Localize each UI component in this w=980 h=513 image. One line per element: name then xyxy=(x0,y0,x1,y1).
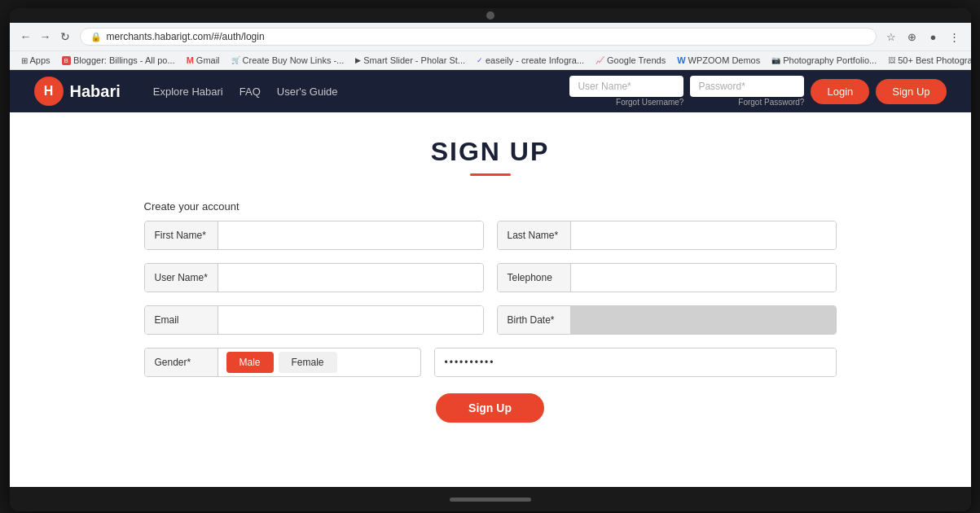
first-name-field: First Name* xyxy=(144,221,484,250)
page-title: SIGN UP xyxy=(26,137,955,167)
bookmark-photo1-icon: 📷 xyxy=(771,56,780,64)
logo-letter: H xyxy=(44,84,54,99)
refresh-button[interactable]: ↻ xyxy=(57,28,73,45)
monitor-top xyxy=(10,8,971,23)
nav-password-input[interactable] xyxy=(690,76,804,97)
bookmark-trends-icon: 📈 xyxy=(595,56,604,64)
birth-date-field: Birth Date* xyxy=(497,305,837,335)
forgot-password-link[interactable]: Forgot Password? xyxy=(690,98,804,107)
bookmark-buynow-label: Create Buy Now Links -... xyxy=(243,55,345,65)
logo-area: H Habari xyxy=(34,77,121,106)
telephone-label: Telephone xyxy=(498,264,571,292)
bookmark-gmail[interactable]: M Gmail xyxy=(183,54,223,67)
signup-nav-button[interactable]: Sign Up xyxy=(876,79,946,104)
bookmark-photo2-label: 50+ Best Photography... xyxy=(898,55,970,65)
browser-actions: ☆ ⊕ ● ⋮ xyxy=(883,28,963,45)
bookmark-buynow-icon: 🛒 xyxy=(231,56,240,64)
birth-date-label: Birth Date* xyxy=(498,306,571,334)
birth-date-input[interactable] xyxy=(571,306,836,334)
extensions-button[interactable]: ⊕ xyxy=(904,28,921,45)
bookmark-buynow[interactable]: 🛒 Create Buy Now Links -... xyxy=(228,54,348,67)
form-row-1: First Name* Last Name* xyxy=(144,221,837,250)
nav-username-group: Forgot Username? xyxy=(569,76,683,107)
password-field xyxy=(434,348,837,377)
nav-faq[interactable]: FAQ xyxy=(240,86,261,98)
browser-chrome: ← → ↻ 🔒 merchants.habarigt.com/#/auth/lo… xyxy=(10,23,971,70)
nav-inputs: Forgot Username? Forgot Password? Login … xyxy=(569,76,946,107)
bookmark-blogger[interactable]: B Blogger: Billings - All po... xyxy=(59,54,178,67)
bookmark-wpzoom-icon: W xyxy=(677,55,685,65)
monitor-dot xyxy=(486,11,494,20)
signup-btn-row: Sign Up xyxy=(144,393,837,423)
form-container: Create your account First Name* Last Nam… xyxy=(144,200,837,423)
last-name-field: Last Name* xyxy=(497,221,837,250)
nav-password-group: Forgot Password? xyxy=(690,76,804,107)
bookmark-gmail-label: Gmail xyxy=(196,55,220,65)
nav-links: Explore Habari FAQ User's Guide xyxy=(153,86,546,98)
username-input[interactable] xyxy=(218,264,483,292)
email-input[interactable] xyxy=(218,306,483,334)
bookmark-photo2-icon: 🖼 xyxy=(888,56,895,64)
form-row-4: Gender* Male Female xyxy=(144,348,837,377)
email-field: Email xyxy=(144,305,484,335)
form-row-2: User Name* Telephone xyxy=(144,263,837,292)
forward-button[interactable]: → xyxy=(37,28,54,45)
monitor-bottom xyxy=(10,487,971,511)
bookmark-star-button[interactable]: ☆ xyxy=(883,28,899,45)
bookmark-smartslider-label: Smart Slider - Pholar St... xyxy=(363,55,465,65)
url-text: merchants.habarigt.com/#/auth/login xyxy=(107,31,265,42)
signup-button[interactable]: Sign Up xyxy=(436,393,544,423)
bookmark-photo2[interactable]: 🖼 50+ Best Photography... xyxy=(885,54,970,67)
bookmark-wpzoom-label: WPZOOM Demos xyxy=(688,55,761,65)
bottom-bar xyxy=(450,498,531,502)
back-button[interactable]: ← xyxy=(18,28,34,45)
bookmark-smartslider-icon: ▶ xyxy=(355,56,361,64)
last-name-input[interactable] xyxy=(571,221,836,249)
title-underline xyxy=(470,173,511,176)
first-name-label: First Name* xyxy=(145,221,218,249)
last-name-label: Last Name* xyxy=(498,221,571,249)
logo-name: Habari xyxy=(70,82,121,101)
email-label: Email xyxy=(145,306,218,334)
bookmarks-bar: ⊞ Apps B Blogger: Billings - All po... M… xyxy=(10,50,971,69)
gender-label: Gender* xyxy=(145,349,218,376)
username-field: User Name* xyxy=(144,263,484,292)
gender-field: Gender* Male Female xyxy=(144,348,421,377)
nav-guide[interactable]: User's Guide xyxy=(277,86,338,98)
profile-button[interactable]: ● xyxy=(925,28,942,45)
telephone-field: Telephone xyxy=(497,263,837,292)
username-label: User Name* xyxy=(145,264,218,292)
bookmark-smartslider[interactable]: ▶ Smart Slider - Pholar St... xyxy=(352,54,468,67)
telephone-input[interactable] xyxy=(571,264,836,292)
browser-toolbar: ← → ↻ 🔒 merchants.habarigt.com/#/auth/lo… xyxy=(10,23,971,50)
form-row-3: Email Birth Date* xyxy=(144,305,837,335)
bookmark-photo1-label: Photography Portfolio... xyxy=(783,55,877,65)
forgot-username-link[interactable]: Forgot Username? xyxy=(569,98,683,107)
bookmark-trends[interactable]: 📈 Google Trends xyxy=(592,54,669,67)
login-button[interactable]: Login xyxy=(811,79,869,104)
bookmark-trends-label: Google Trends xyxy=(607,55,666,65)
gender-buttons: Male Female xyxy=(218,352,345,373)
nav-explore[interactable]: Explore Habari xyxy=(153,86,223,98)
first-name-input[interactable] xyxy=(218,221,483,249)
monitor-frame: ← → ↻ 🔒 merchants.habarigt.com/#/auth/lo… xyxy=(10,8,971,511)
site-nav: H Habari Explore Habari FAQ User's Guide… xyxy=(10,70,971,112)
bookmark-easelly-label: easeily - create Infogra... xyxy=(486,55,584,65)
gender-male-button[interactable]: Male xyxy=(226,352,274,373)
bookmark-apps[interactable]: ⊞ Apps xyxy=(18,54,54,67)
bookmark-gmail-icon: M xyxy=(187,55,194,65)
nav-username-input[interactable] xyxy=(569,76,683,97)
bookmark-wpzoom[interactable]: W WPZOOM Demos xyxy=(674,54,763,67)
menu-button[interactable]: ⋮ xyxy=(947,28,963,45)
browser-nav-buttons: ← → ↻ xyxy=(18,28,73,45)
bookmark-blogger-label: Blogger: Billings - All po... xyxy=(73,55,175,65)
lock-icon: 🔒 xyxy=(90,32,102,42)
bookmark-easelly-icon: ✓ xyxy=(477,56,483,64)
bookmark-photo1[interactable]: 📷 Photography Portfolio... xyxy=(768,54,880,67)
gender-female-button[interactable]: Female xyxy=(279,352,337,373)
address-bar[interactable]: 🔒 merchants.habarigt.com/#/auth/login xyxy=(80,28,877,46)
create-account-label: Create your account xyxy=(144,200,837,213)
password-input[interactable] xyxy=(435,349,836,376)
bookmark-easelly[interactable]: ✓ easeily - create Infogra... xyxy=(473,54,587,67)
main-content: SIGN UP Create your account First Name* … xyxy=(10,112,971,487)
